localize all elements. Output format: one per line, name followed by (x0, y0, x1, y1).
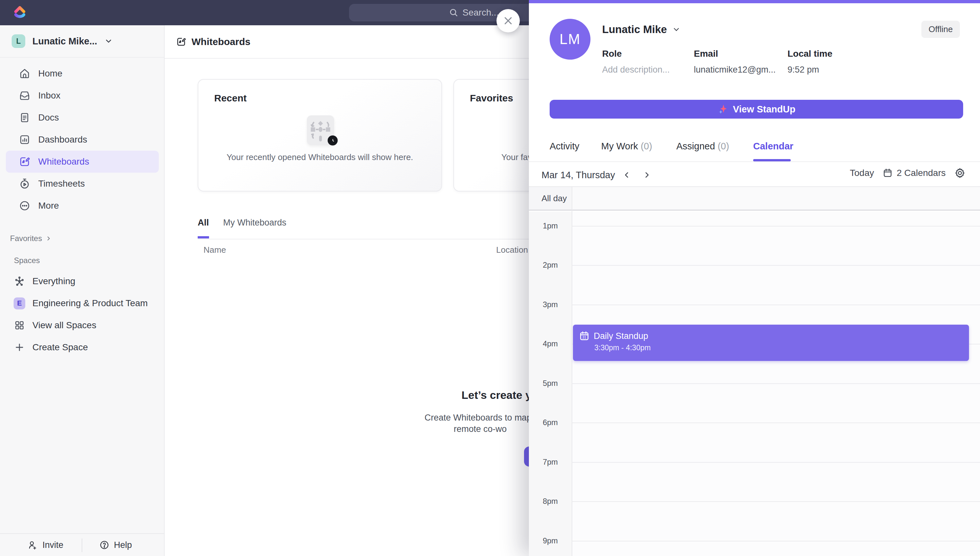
calendar-prev-button[interactable] (620, 168, 633, 181)
main-content: Whiteboards Recent (165, 25, 529, 556)
dashboard-icon (19, 134, 31, 145)
sidebar-item-home[interactable]: Home (0, 63, 164, 84)
page-header: Whiteboards (165, 25, 529, 59)
hour-label: 6pm (529, 418, 572, 427)
event-calendar-icon: 31 (579, 330, 590, 341)
page-title: Whiteboards (191, 36, 251, 47)
recent-card-caption: Your recently opened Whiteboards will sh… (198, 152, 441, 162)
search-placeholder: Search... (463, 8, 499, 18)
column-header-name: Name (204, 245, 226, 255)
recent-card-title: Recent (214, 93, 247, 104)
sidebar-item-view-all-spaces[interactable]: View all Spaces (0, 314, 164, 336)
role-description-input[interactable]: Add description... (602, 65, 694, 75)
space-label: View all Spaces (32, 320, 96, 330)
calendar-icon (883, 168, 893, 178)
grid-icon (14, 320, 25, 331)
profile-fields: Role Add description... Email lunaticmik… (602, 48, 832, 75)
tab-assigned[interactable]: Assigned (0) (676, 141, 729, 152)
space-label: Engineering & Product Team (32, 298, 148, 309)
help-label: Help (114, 540, 132, 550)
hour-gridline (572, 501, 980, 502)
spaces-section-header[interactable]: Spaces (14, 256, 40, 265)
calendars-label: 2 Calendars (897, 168, 946, 178)
hour-label: 3pm (529, 300, 572, 309)
sidebar-item-label: Home (38, 68, 63, 79)
hour-gridline (572, 305, 980, 305)
whiteboards-filter-tabs: All My Whiteboards (198, 218, 286, 238)
all-day-row: All day (529, 186, 980, 211)
calendar-header: Mar 14, Thursday Today 2 Calendars (529, 162, 980, 186)
hour-label: 2pm (529, 260, 572, 270)
tab-count: (0) (641, 141, 652, 151)
help-icon (99, 540, 110, 550)
favorites-card-title: Favorites (470, 93, 513, 104)
view-standup-label: View StandUp (733, 104, 796, 115)
space-label: Everything (32, 276, 75, 286)
sidebar-item-everything[interactable]: Everything (0, 270, 164, 292)
user-name[interactable]: Lunatic Mike (602, 23, 681, 36)
sidebar-item-docs[interactable]: Docs (0, 107, 164, 129)
more-icon (19, 200, 31, 212)
chevron-down-icon (672, 25, 681, 34)
calendar-event-daily-standup[interactable]: 31 Daily Standup 3:30pm - 4:30pm (573, 325, 969, 361)
tab-calendar[interactable]: Calendar (753, 141, 793, 152)
hour-gridline (572, 265, 980, 266)
workspace-avatar: L (12, 34, 25, 48)
hour-gridline (572, 383, 980, 384)
sidebar-item-label: Timesheets (38, 179, 85, 189)
all-day-gutter: All day (529, 187, 572, 210)
sidebar-item-label: Inbox (38, 91, 61, 101)
sidebar-item-dashboards[interactable]: Dashboards (0, 129, 164, 151)
field-label: Email (694, 48, 788, 59)
tab-activity[interactable]: Activity (550, 141, 579, 152)
sidebar-item-inbox[interactable]: Inbox (0, 84, 164, 107)
active-tab-underline (753, 159, 791, 162)
sidebar-item-engineering-space[interactable]: E Engineering & Product Team (0, 292, 164, 314)
hour-gridline (572, 226, 980, 226)
sidebar-footer: Invite Help (0, 533, 164, 556)
event-title: Daily Standup (594, 331, 648, 341)
view-standup-button[interactable]: View StandUp (550, 100, 963, 119)
empty-state-text-line2: remote co-wo (454, 424, 507, 434)
tab-all[interactable]: All (198, 218, 209, 238)
workspace-name: Lunatic Mike... (32, 36, 97, 47)
user-name-text: Lunatic Mike (602, 23, 667, 36)
calendar-grid[interactable]: 1pm 2pm 3pm 4pm 5pm 6pm 7pm 8pm 9pm 31 D… (529, 212, 980, 556)
sidebar-item-whiteboards[interactable]: Whiteboards (6, 151, 159, 173)
invite-button[interactable]: Invite (27, 540, 63, 550)
favorites-section-header[interactable]: Favorites (10, 234, 52, 243)
hour-label: 9pm (529, 536, 572, 545)
tabs-divider (198, 239, 529, 239)
hour-label: 1pm (529, 221, 572, 230)
clickup-logo-icon[interactable] (12, 5, 28, 21)
search-icon (449, 8, 459, 18)
close-panel-button[interactable] (496, 9, 520, 32)
gear-icon[interactable] (954, 167, 966, 179)
field-label: Role (602, 48, 694, 59)
tab-my-work[interactable]: My Work (0) (601, 141, 652, 152)
gutter-divider (572, 186, 572, 556)
local-time-value: 9:52 pm (788, 65, 832, 75)
workspace-switcher[interactable]: L Lunatic Mike... (0, 25, 164, 58)
hour-gridline (572, 541, 980, 541)
invite-label: Invite (42, 540, 63, 550)
sidebar-item-timesheets[interactable]: Timesheets (0, 173, 164, 195)
column-header-location: Location (496, 245, 528, 255)
whiteboard-flowchart-icon (307, 115, 334, 145)
tab-my-whiteboards[interactable]: My Whiteboards (223, 218, 286, 238)
user-avatar[interactable]: LM (550, 19, 590, 60)
recent-card: Recent Your recently opened Whiteb (198, 79, 442, 191)
everything-icon (14, 276, 25, 287)
field-email: Email lunaticmike12@gm... (694, 48, 788, 75)
today-button[interactable]: Today (850, 168, 874, 178)
sidebar-item-label: Whiteboards (38, 157, 89, 167)
chevron-left-icon (622, 170, 631, 179)
help-button[interactable]: Help (99, 540, 132, 550)
calendar-next-button[interactable] (640, 168, 653, 181)
sidebar-item-more[interactable]: More (0, 195, 164, 217)
sidebar-item-create-space[interactable]: Create Space (0, 336, 164, 358)
empty-state-text-line1: Create Whiteboards to map o (425, 413, 539, 423)
chevron-right-icon (45, 235, 52, 242)
calendars-selector[interactable]: 2 Calendars (883, 168, 946, 178)
hour-label: 8pm (529, 497, 572, 506)
